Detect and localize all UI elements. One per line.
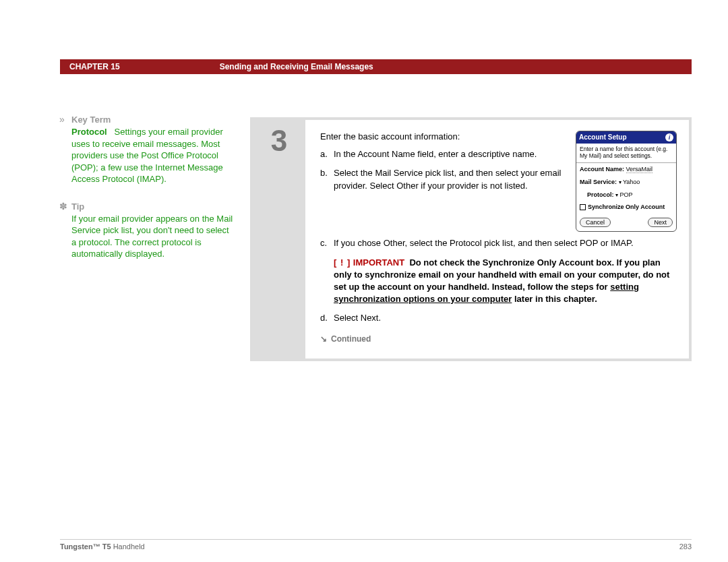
intro-row: Enter the basic account information: a. … <box>320 131 677 232</box>
substep-d: d. Select Next. <box>320 312 677 324</box>
substeps-d: d. Select Next. <box>320 312 677 324</box>
protocol-value[interactable]: POP <box>620 191 633 198</box>
continued: ↘ Continued <box>320 334 677 345</box>
page: CHAPTER 15 Sending and Receiving Email M… <box>0 0 728 562</box>
arrow-down-right-icon: ↘ <box>320 334 327 345</box>
step-body: Enter the basic account information: a. … <box>305 120 689 358</box>
tip-body: If your email provider appears on the Ma… <box>71 213 233 260</box>
keyterm-label: Key Term <box>71 115 233 125</box>
chapter-title: Sending and Receiving Email Messages <box>220 62 373 71</box>
substep-c-text: If you chose Other, select the Protocol … <box>334 237 677 249</box>
footer: Tungsten™ T5 Handheld 283 <box>60 539 692 551</box>
cancel-button[interactable]: Cancel <box>580 218 611 228</box>
account-name-input[interactable]: VersaMail <box>626 166 653 173</box>
chevron-down-icon[interactable]: ▾ <box>615 192 618 198</box>
substep-c-label: c. <box>320 237 334 249</box>
substep-b: b. Select the Mail Service pick list, an… <box>320 167 568 191</box>
product-name: Tungsten™ T5 Handheld <box>60 542 145 551</box>
keyterm-body: Protocol Settings your email provider us… <box>71 126 233 185</box>
mail-service-value[interactable]: Yahoo <box>623 179 640 185</box>
account-name-label: Account Name: <box>580 166 624 173</box>
substep-b-label: b. <box>320 167 334 191</box>
step-intro: Enter the basic account information: <box>320 131 568 143</box>
intro-text-col: Enter the basic account information: a. … <box>320 131 568 199</box>
substeps-top: a. In the Account Name field, enter a de… <box>320 148 568 192</box>
device-buttons: Cancel Next <box>576 214 676 229</box>
sidebar: » Key Term Protocol Settings your email … <box>71 115 233 260</box>
substep-b-text: Select the Mail Service pick list, and t… <box>334 167 568 191</box>
chevron-down-icon[interactable]: ▾ <box>619 179 621 185</box>
product-rest: Handheld <box>111 542 145 551</box>
important-label: IMPORTANT <box>353 257 404 268</box>
chevron-icon: » <box>59 115 65 124</box>
substep-d-label: d. <box>320 312 334 324</box>
important-block: [ ! ] IMPORTANT Do not check the Synchro… <box>320 257 677 306</box>
keyterm-block: » Key Term Protocol Settings your email … <box>71 115 233 185</box>
substep-a: a. In the Account Name field, enter a de… <box>320 148 568 160</box>
info-icon[interactable]: i <box>665 133 673 142</box>
tip-label: Tip <box>71 201 233 212</box>
substeps-bottom: c. If you chose Other, select the Protoc… <box>320 237 677 249</box>
sync-only-label: Synchronize Only Account <box>588 203 665 212</box>
sync-only-row[interactable]: Synchronize Only Account <box>576 201 676 214</box>
chapter-header: CHAPTER 15 Sending and Receiving Email M… <box>60 59 692 74</box>
continued-label: Continued <box>331 334 371 345</box>
step-frame: 3 Enter the basic account information: a… <box>250 117 692 361</box>
substep-a-text: In the Account Name field, enter a descr… <box>334 148 568 160</box>
device-screenshot: Account Setup i Enter a name for this ac… <box>576 131 677 232</box>
substep-d-text: Select Next. <box>334 312 677 324</box>
chapter-label: CHAPTER 15 <box>69 62 120 71</box>
product-bold: Tungsten™ T5 <box>60 542 111 551</box>
device-title: Account Setup <box>579 133 627 142</box>
page-number: 283 <box>679 542 692 551</box>
mail-service-label: Mail Service: <box>580 179 617 185</box>
protocol-label: Protocol: <box>587 191 614 198</box>
device-titlebar: Account Setup i <box>576 131 676 144</box>
device-hint: Enter a name for this account (e.g. My M… <box>576 144 676 163</box>
mail-service-field: Mail Service: ▾ Yahoo <box>576 176 676 189</box>
substep-a-label: a. <box>320 148 334 160</box>
keyterm-term: Protocol <box>71 127 107 137</box>
step-row: 3 Enter the basic account information: a… <box>253 120 689 358</box>
next-button[interactable]: Next <box>648 218 673 228</box>
tip-block: ✽ Tip If your email provider appears on … <box>71 201 233 260</box>
asterisk-icon: ✽ <box>59 201 67 211</box>
checkbox-icon[interactable] <box>580 204 586 210</box>
substep-c: c. If you chose Other, select the Protoc… <box>320 237 677 249</box>
account-name-field: Account Name: VersaMail <box>576 163 676 176</box>
warning-icon: [ ! ] <box>334 257 351 268</box>
important-after: later in this chapter. <box>512 294 597 304</box>
protocol-field: Protocol: ▾ POP <box>576 189 676 201</box>
step-number: 3 <box>253 120 305 358</box>
